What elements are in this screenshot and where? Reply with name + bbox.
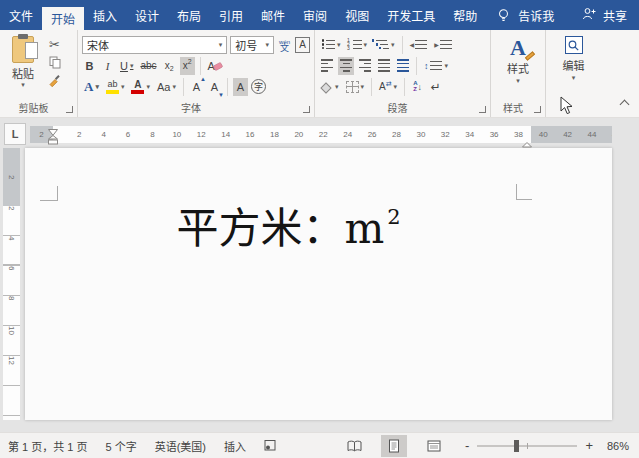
macro-record-icon[interactable] (264, 439, 276, 453)
hanging-indent-marker[interactable] (48, 134, 58, 148)
read-mode-button[interactable] (341, 435, 367, 457)
ruler-number: 4 (7, 236, 16, 266)
page-indicator[interactable]: 第 1 页，共 1 页 (8, 438, 87, 454)
font-name-combo[interactable]: 宋体 (82, 36, 227, 54)
highlight-color-button[interactable]: ab (104, 78, 127, 96)
grow-font-button[interactable]: A▲ (189, 78, 204, 96)
subscript-exp: 2 (170, 65, 174, 72)
shading-bucket-icon (320, 82, 331, 93)
tab-design[interactable]: 设计 (126, 0, 168, 30)
tab-review[interactable]: 审阅 (294, 0, 336, 30)
paragraph-dialog-launcher[interactable] (479, 106, 486, 113)
multilevel-list-button[interactable] (372, 36, 397, 54)
copy-icon[interactable] (46, 55, 63, 69)
styles-dialog-launcher[interactable] (534, 106, 541, 113)
tab-layout[interactable]: 布局 (168, 0, 210, 30)
clipboard-dialog-launcher[interactable] (66, 106, 73, 113)
character-shading-button[interactable]: A (233, 78, 248, 96)
ruler-number: 20 (287, 126, 311, 143)
clear-formatting-button[interactable]: A (206, 57, 225, 75)
zoom-slider[interactable] (477, 445, 577, 447)
italic-button[interactable]: I (100, 57, 115, 75)
ribbon: 粘贴 ▾ ✂ 剪贴板 宋体 初号 wén 文 A B I (0, 30, 639, 118)
web-layout-button[interactable] (421, 435, 447, 457)
word-count[interactable]: 5 个字 (105, 438, 136, 454)
align-center-button[interactable] (338, 57, 354, 75)
insert-mode-indicator[interactable]: 插入 (224, 438, 246, 454)
ruler-number: 44 (580, 126, 604, 143)
paste-dropdown-arrow[interactable]: ▾ (21, 81, 25, 89)
justify-button[interactable] (376, 57, 392, 75)
distribute-button[interactable] (395, 57, 411, 75)
text-effects-button[interactable]: A (82, 78, 101, 96)
tab-view[interactable]: 视图 (336, 0, 378, 30)
highlight-letters: ab (107, 80, 117, 89)
numbering-button[interactable] (346, 36, 370, 54)
print-layout-button[interactable] (381, 435, 407, 457)
cut-icon[interactable]: ✂ (46, 37, 63, 51)
decrease-indent-arrow: ◀ (410, 41, 415, 48)
ruler-number: 42 (555, 126, 579, 143)
change-case-button[interactable]: Aa (155, 78, 178, 96)
tab-home[interactable]: 开始 (42, 7, 84, 30)
paste-button[interactable]: 粘贴 ▾ (4, 34, 42, 101)
zoom-slider-notch (527, 443, 528, 449)
tab-selector-button[interactable]: L (4, 123, 26, 145)
document-page[interactable]: 平方米：m2 (25, 148, 612, 420)
paragraph-group-label: 段落 (315, 100, 480, 115)
right-indent-marker[interactable] (522, 137, 532, 151)
zoom-level[interactable]: 86% (607, 440, 629, 452)
format-painter-icon[interactable] (46, 73, 63, 87)
bold-button[interactable]: B (82, 57, 97, 75)
strikethrough-button[interactable]: abc (138, 57, 158, 75)
ruler-number: 16 (238, 126, 262, 143)
styles-button[interactable]: A 样式 ▾ (495, 34, 541, 85)
bullets-button[interactable] (319, 36, 343, 54)
shrink-font-button[interactable]: A▼ (207, 78, 222, 96)
line-spacing-button[interactable]: ↕ (422, 57, 450, 75)
tab-developer[interactable]: 开发工具 (378, 0, 444, 30)
sort-button[interactable]: AZ ↓ (410, 78, 425, 96)
zoom-in-button[interactable]: + (579, 438, 599, 453)
styles-dropdown-arrow[interactable]: ▾ (516, 77, 520, 85)
enclose-characters-button[interactable]: 字 (251, 79, 266, 94)
editing-button[interactable]: 编辑 ▾ (550, 34, 597, 82)
document-text[interactable]: 平方米：m2 (25, 194, 552, 255)
asian-layout-button[interactable]: A⇄ (377, 78, 399, 96)
character-border-button[interactable]: A (295, 37, 310, 53)
show-hide-marks-button[interactable]: ↵ (428, 78, 443, 96)
language-indicator[interactable]: 英语(美国) (155, 438, 206, 454)
font-size-combo[interactable]: 初号 (230, 36, 274, 54)
vertical-ruler[interactable]: 2 24681012 (3, 148, 20, 420)
ruler-number: 10 (7, 326, 16, 356)
tab-file[interactable]: 文件 (0, 0, 42, 30)
tab-insert[interactable]: 插入 (84, 0, 126, 30)
zoom-slider-thumb[interactable] (514, 440, 519, 452)
decrease-indent-button[interactable]: ◀ (408, 36, 430, 54)
share-button[interactable]: 共享 (601, 7, 629, 24)
phonetic-bottom: 文 (280, 45, 289, 51)
phonetic-guide-button[interactable]: wén 文 (277, 39, 292, 51)
font-color-button[interactable]: A (129, 78, 152, 96)
tab-mailings[interactable]: 邮件 (252, 0, 294, 30)
tab-references[interactable]: 引用 (210, 0, 252, 30)
ruler-number: 4 (91, 126, 115, 143)
ruler-number: 2 (7, 206, 16, 236)
ruler-number: 8 (140, 126, 164, 143)
increase-indent-button[interactable]: ▶ (432, 36, 454, 54)
tab-help[interactable]: 帮助 (444, 0, 486, 30)
ruler-number: 12 (189, 126, 213, 143)
align-left-button[interactable] (319, 57, 335, 75)
collapse-ribbon-icon[interactable] (620, 100, 630, 110)
zoom-out-button[interactable]: - (459, 438, 475, 453)
underline-button[interactable]: U (118, 57, 135, 75)
editing-dropdown-arrow[interactable]: ▾ (572, 74, 576, 82)
tell-me-button[interactable]: 告诉我 (509, 0, 563, 30)
shading-button[interactable] (319, 78, 341, 96)
magnifier-icon (565, 36, 583, 54)
align-right-button[interactable] (357, 57, 373, 75)
subscript-button[interactable]: x2 (162, 57, 177, 75)
superscript-button[interactable]: x2 (180, 57, 195, 75)
font-dialog-launcher[interactable] (303, 106, 310, 113)
borders-button[interactable] (344, 78, 367, 96)
